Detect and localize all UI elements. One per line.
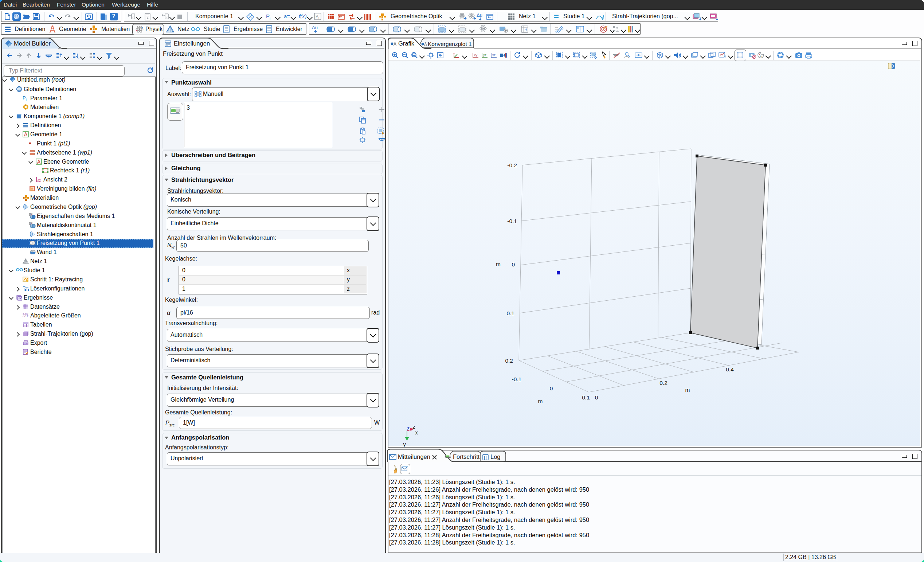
svg-text:0: 0 — [550, 385, 553, 391]
svg-text:0.2: 0.2 — [505, 358, 513, 364]
svg-text:xz: xz — [492, 53, 496, 57]
svg-text:-0.1: -0.1 — [507, 218, 517, 224]
svg-text:Δu: Δu — [477, 12, 482, 18]
svg-text:0.1: 0.1 — [507, 310, 514, 316]
svg-text:m: m — [496, 261, 501, 267]
svg-text:i: i — [318, 16, 319, 19]
svg-text:yz: yz — [483, 53, 487, 57]
svg-text:0: 0 — [595, 394, 598, 401]
svg-text:Δu: Δu — [312, 25, 318, 30]
svg-text:m: m — [538, 398, 543, 404]
svg-text:x: x — [415, 429, 418, 436]
svg-text:y: y — [403, 441, 406, 447]
svg-text:D: D — [30, 222, 32, 225]
svg-text:-0.2: -0.2 — [507, 162, 517, 168]
svg-text:m: m — [686, 387, 690, 393]
svg-text:0.1: 0.1 — [582, 394, 590, 401]
svg-text:xy: xy — [474, 53, 478, 57]
svg-text:0.2: 0.2 — [660, 380, 668, 386]
svg-text:0: 0 — [512, 261, 515, 267]
svg-text:-0.1: -0.1 — [512, 376, 522, 382]
svg-text:P: P — [315, 14, 318, 19]
svg-text:xy: xy — [38, 178, 41, 182]
svg-text:z: z — [412, 424, 416, 430]
svg-text:D: D — [30, 213, 32, 216]
svg-text:0.4: 0.4 — [726, 366, 734, 373]
